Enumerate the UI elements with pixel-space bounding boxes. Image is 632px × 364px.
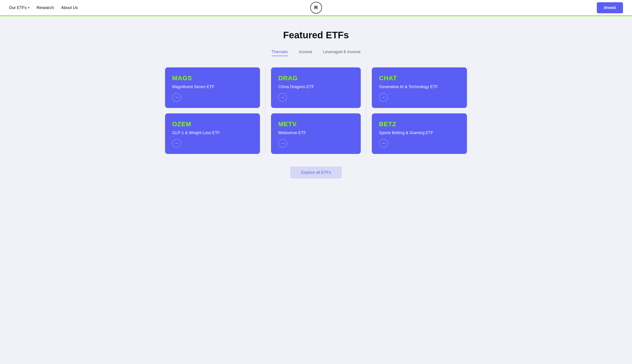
etf-card-ozem[interactable]: OZEM GLP-1 & Weight Loss ETF → <box>165 113 260 154</box>
etf-ticker-betz: BETZ <box>379 120 460 128</box>
etf-card-metv[interactable]: METV Metaverse ETF → <box>271 113 361 154</box>
etf-name-ozem: GLP-1 & Weight Loss ETF <box>172 130 253 136</box>
etf-col-3: CHAT Generative AI & Technology ETF → BE… <box>366 68 467 154</box>
etf-arrow-metv[interactable]: → <box>278 139 287 148</box>
main-content: Featured ETFs Thematic Income Leveraged … <box>147 16 485 192</box>
etf-ticker-chat: CHAT <box>379 74 460 82</box>
etf-ticker-mags: MAGS <box>172 74 253 82</box>
nav-item-our-etfs[interactable]: Our ETFs ▾ <box>9 6 29 10</box>
invest-button[interactable]: Invest <box>597 2 623 13</box>
nav-logo[interactable]: R <box>310 2 322 14</box>
etf-arrow-mags[interactable]: → <box>172 93 181 102</box>
etf-name-betz: Sports Betting & iGaming ETF <box>379 130 460 136</box>
etf-ticker-drag: DRAG <box>278 74 354 82</box>
etf-ticker-metv: METV <box>278 120 354 128</box>
etf-card-mags[interactable]: MAGS Magnificent Seven ETF → <box>165 68 260 108</box>
etf-arrow-betz[interactable]: → <box>379 139 388 148</box>
nav-left: Our ETFs ▾ Research About Us <box>9 6 78 10</box>
tab-leveraged-inverse[interactable]: Leveraged & Inverse <box>323 50 361 56</box>
nav-right: Invest <box>597 2 623 13</box>
nav-item-research[interactable]: Research <box>37 6 54 10</box>
our-etfs-label: Our ETFs <box>9 6 27 10</box>
nav-item-about[interactable]: About Us <box>61 6 78 10</box>
tabs: Thematic Income Leveraged & Inverse <box>165 50 467 56</box>
etf-name-drag: China Dragons ETF <box>278 84 354 90</box>
etf-col-1: MAGS Magnificent Seven ETF → OZEM GLP-1 … <box>165 68 266 154</box>
chevron-down-icon: ▾ <box>28 6 29 9</box>
etf-arrow-drag[interactable]: → <box>278 93 287 102</box>
etf-name-chat: Generative AI & Technology ETF <box>379 84 460 90</box>
etf-ticker-ozem: OZEM <box>172 120 253 128</box>
tab-thematic[interactable]: Thematic <box>271 50 288 56</box>
etf-name-metv: Metaverse ETF <box>278 130 354 136</box>
page-title: Featured ETFs <box>165 30 467 40</box>
explore-wrap: Explore all ETFs <box>165 166 467 178</box>
etf-arrow-ozem[interactable]: → <box>172 139 181 148</box>
etf-card-drag[interactable]: DRAG China Dragons ETF → <box>271 68 361 108</box>
logo-circle: R <box>310 2 322 14</box>
etf-col-2: DRAG China Dragons ETF → METV Metaverse … <box>266 68 366 154</box>
etf-card-betz[interactable]: BETZ Sports Betting & iGaming ETF → <box>372 113 467 154</box>
etf-arrow-chat[interactable]: → <box>379 93 388 102</box>
tab-income[interactable]: Income <box>299 50 312 56</box>
etf-grid: MAGS Magnificent Seven ETF → OZEM GLP-1 … <box>165 68 467 154</box>
etf-name-mags: Magnificent Seven ETF <box>172 84 253 90</box>
explore-all-etfs-button[interactable]: Explore all ETFs <box>290 166 342 178</box>
etf-card-chat[interactable]: CHAT Generative AI & Technology ETF → <box>372 68 467 108</box>
navbar: Our ETFs ▾ Research About Us R Invest <box>0 0 632 16</box>
logo-text: R <box>314 5 318 10</box>
